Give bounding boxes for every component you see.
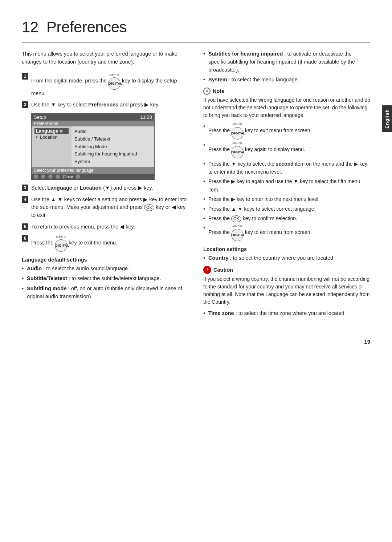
menu-r-hearing: Subtitling for hearing impaired bbox=[74, 150, 151, 158]
ok-btn-step4: OK bbox=[144, 204, 154, 211]
menu-r-subtitling: Subtitling Mode bbox=[74, 143, 151, 151]
note-bullet-5: Press the ▶ key to enter into the next m… bbox=[203, 195, 370, 203]
step-num-3: 3 bbox=[22, 185, 28, 191]
step-4: 4 Use the ▲ ▼ keys to select a setting a… bbox=[22, 196, 189, 219]
menu-r-subtitle: Subtitle / Teletext bbox=[74, 136, 151, 143]
digital-btn-note1: MENU DIGITAL bbox=[231, 122, 244, 139]
caution-text: If you select a wrong country, the chann… bbox=[203, 275, 370, 306]
menu-right-col: Audio Subtitle / Teletext Subtitling Mod… bbox=[72, 126, 154, 167]
intro-text: This menu allows you to select your pref… bbox=[22, 50, 189, 66]
right-system-item: System : to select the menu language. bbox=[203, 76, 370, 84]
top-divider bbox=[22, 11, 138, 11]
menu-header-right: 11:28 bbox=[140, 114, 152, 120]
footer-btn-3 bbox=[48, 174, 53, 179]
step-num-2: 2 bbox=[22, 101, 28, 108]
content-area: 12 Preferences This menu allows you to s… bbox=[0, 0, 392, 335]
lang-default-subtitling: Subtitling mode : off, on or auto (subti… bbox=[22, 285, 189, 301]
location-country: Country : to select the country where yo… bbox=[203, 254, 370, 262]
step-num-4: 4 bbox=[22, 196, 28, 203]
note-bullet-6: Press the ▲ ▼ keys to select correct lan… bbox=[203, 205, 370, 213]
digital-btn-note2: MENU DIGITAL bbox=[231, 141, 244, 158]
menu-item-language: Language ⚙ bbox=[34, 128, 69, 134]
menu-r-system: System bbox=[74, 158, 151, 166]
chapter-title: Preferences bbox=[46, 19, 127, 36]
caution-box: ! Caution If you select a wrong country,… bbox=[203, 266, 370, 306]
note-icon: ≡ bbox=[203, 88, 211, 95]
step-4-content: Use the ▲ ▼ keys to select a setting and… bbox=[31, 196, 189, 219]
left-column: This menu allows you to select your pref… bbox=[22, 50, 189, 320]
digital-btn-note8: MENU DIGITAL bbox=[231, 224, 244, 241]
lang-icon: ⚙ bbox=[60, 129, 63, 133]
page-container: English 12 Preferences This menu allows … bbox=[0, 0, 392, 542]
timezone-list: Time zone : to select the time zone wher… bbox=[203, 310, 370, 317]
note-bullet-4: Press the ▶ key to again and use the ▼ k… bbox=[203, 177, 370, 194]
menu-r-audio: Audio bbox=[74, 128, 151, 136]
menu-digital-btn-step1: MENU DIGITAL bbox=[108, 73, 121, 90]
footer-btn-2 bbox=[41, 174, 45, 179]
right-top-list: Subtitles for hearing impaired : to acti… bbox=[203, 50, 370, 84]
ok-btn-note: OK bbox=[231, 215, 241, 222]
caution-icon: ! bbox=[203, 266, 211, 274]
location-bullet: • bbox=[36, 134, 38, 140]
menu-sub-header: Preferences bbox=[32, 121, 154, 126]
menu-body: Language ⚙ • Location Audio Subtitle / T… bbox=[32, 126, 154, 167]
chapter-heading: 12 Preferences bbox=[22, 19, 370, 36]
caution-label: Caution bbox=[213, 267, 233, 273]
note-text: If you have selected the wrong language … bbox=[203, 96, 370, 119]
menu-digital-btn-step6: MENU DIGITAL bbox=[55, 235, 67, 252]
step-num-1: 1 bbox=[22, 73, 28, 80]
menu-header-left: Setup bbox=[34, 114, 46, 120]
menu-item-location: • Location bbox=[34, 134, 69, 140]
lang-default-subtitle: Subtitle/Teletext : to select the subtit… bbox=[22, 275, 189, 283]
menu-footer-icons: Close bbox=[32, 174, 154, 179]
chapter-number: 12 bbox=[22, 19, 38, 36]
menu-simulation: Setup 11:28 Preferences Language ⚙ • Loc… bbox=[31, 113, 155, 180]
footer-btn-close bbox=[56, 174, 60, 179]
step-3: 3 Select Language or Location (▼) and pr… bbox=[22, 184, 189, 192]
bottom-divider bbox=[22, 43, 370, 43]
caution-header: ! Caution bbox=[203, 266, 370, 274]
location-settings-heading: Location settings bbox=[203, 246, 370, 252]
step-3-content: Select Language or Location (▼) and pres… bbox=[31, 184, 153, 192]
language-default-list: Audio : to select the audio sound langua… bbox=[22, 265, 189, 301]
step-2-content: Use the ▼ key to select Preferences and … bbox=[31, 101, 159, 109]
footer-close-label: Close bbox=[63, 174, 73, 179]
note-header: ≡ Note bbox=[203, 88, 370, 95]
note-bullets-list: Press the MENU DIGITAL key to exit menu … bbox=[203, 122, 370, 241]
menu-footer-text: Select your preferred language bbox=[32, 167, 154, 174]
two-column-layout: This menu allows you to select your pref… bbox=[22, 50, 370, 320]
language-default-heading: Language default settings bbox=[22, 257, 189, 263]
step-num-6: 6 bbox=[22, 235, 28, 242]
step-1-content: From the digital mode, press the MENU DI… bbox=[31, 73, 189, 98]
note-bullet-1: Press the MENU DIGITAL key to exit menu … bbox=[203, 122, 370, 139]
step-num-5: 5 bbox=[22, 223, 28, 230]
step-1: 1 From the digital mode, press the MENU … bbox=[22, 73, 189, 98]
location-settings-list: Country : to select the country where yo… bbox=[203, 254, 370, 262]
note-label: Note bbox=[213, 88, 224, 94]
menu-left-col: Language ⚙ • Location bbox=[32, 126, 72, 167]
right-column: Subtitles for hearing impaired : to acti… bbox=[203, 50, 370, 320]
step-2: 2 Use the ▼ key to select Preferences an… bbox=[22, 101, 189, 109]
note-bullet-8: Press the MENU DIGITAL key to exit menu … bbox=[203, 224, 370, 241]
right-hearing-item: Subtitles for hearing impaired : to acti… bbox=[203, 50, 370, 74]
timezone-item: Time zone : to select the time zone wher… bbox=[203, 310, 370, 317]
footer-btn-1 bbox=[34, 174, 38, 179]
lang-default-audio: Audio : to select the audio sound langua… bbox=[22, 265, 189, 273]
page-number: 19 bbox=[0, 335, 392, 348]
note-bullet-2: Press the MENU DIGITAL key again to disp… bbox=[203, 141, 370, 158]
step-5-content: To return to previous menu, press the ◀ … bbox=[31, 223, 135, 231]
step-5: 5 To return to previous menu, press the … bbox=[22, 223, 189, 231]
step-6: 6 Press the MENU DIGITAL key to exit the… bbox=[22, 235, 189, 252]
note-bullet-3: Press the ▼ key to select the second ite… bbox=[203, 160, 370, 176]
footer-btn-5 bbox=[76, 174, 80, 179]
note-box: ≡ Note If you have selected the wrong la… bbox=[203, 88, 370, 241]
note-bullet-7: Press the OK key to confirm selection. bbox=[203, 214, 370, 222]
menu-header: Setup 11:28 bbox=[32, 114, 154, 121]
english-tab: English bbox=[382, 105, 392, 132]
step-6-content: Press the MENU DIGITAL key to exit the m… bbox=[31, 235, 117, 252]
